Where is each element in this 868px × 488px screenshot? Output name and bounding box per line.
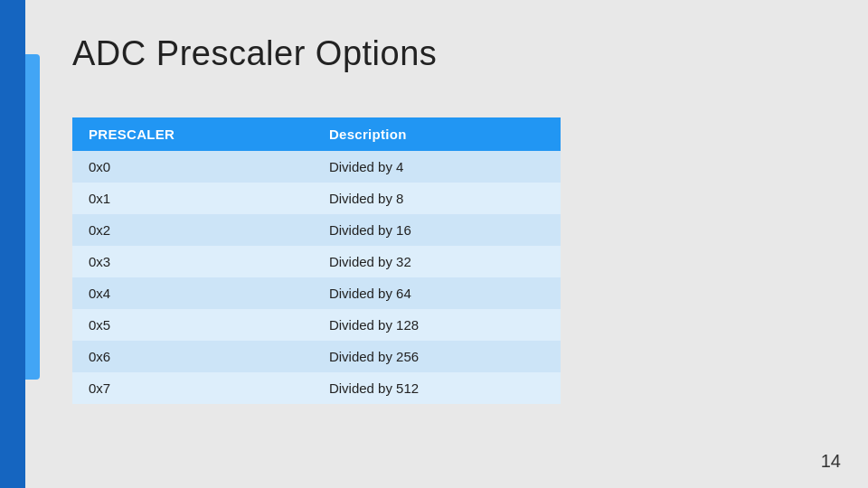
table-row: 0x6Divided by 256 [72, 341, 561, 372]
cell-prescaler: 0x2 [72, 214, 313, 246]
cell-description: Divided by 512 [313, 372, 561, 404]
table-row: 0x0Divided by 4 [72, 151, 561, 183]
table-container: PRESCALER Description 0x0Divided by 40x1… [72, 117, 561, 404]
page-number: 14 [821, 451, 841, 472]
cell-description: Divided by 256 [313, 341, 561, 372]
cell-prescaler: 0x3 [72, 246, 313, 277]
cell-prescaler: 0x6 [72, 341, 313, 372]
table-row: 0x3Divided by 32 [72, 246, 561, 277]
table-row: 0x7Divided by 512 [72, 372, 561, 404]
table-header-row: PRESCALER Description [72, 117, 561, 151]
cell-description: Divided by 32 [313, 246, 561, 277]
table-row: 0x2Divided by 16 [72, 214, 561, 246]
cell-prescaler: 0x0 [72, 151, 313, 183]
page-title: ADC Prescaler Options [72, 34, 437, 73]
table-row: 0x5Divided by 128 [72, 309, 561, 341]
cell-description: Divided by 16 [313, 214, 561, 246]
cell-prescaler: 0x1 [72, 183, 313, 214]
cell-description: Divided by 4 [313, 151, 561, 183]
cell-description: Divided by 64 [313, 277, 561, 309]
accent-bar-outer [0, 0, 25, 488]
accent-bar-inner [25, 54, 40, 380]
prescaler-table: PRESCALER Description 0x0Divided by 40x1… [72, 117, 561, 404]
cell-description: Divided by 8 [313, 183, 561, 214]
col-header-description: Description [313, 117, 561, 151]
table-row: 0x1Divided by 8 [72, 183, 561, 214]
col-header-prescaler: PRESCALER [72, 117, 313, 151]
table-row: 0x4Divided by 64 [72, 277, 561, 309]
cell-description: Divided by 128 [313, 309, 561, 341]
cell-prescaler: 0x7 [72, 372, 313, 404]
cell-prescaler: 0x4 [72, 277, 313, 309]
cell-prescaler: 0x5 [72, 309, 313, 341]
